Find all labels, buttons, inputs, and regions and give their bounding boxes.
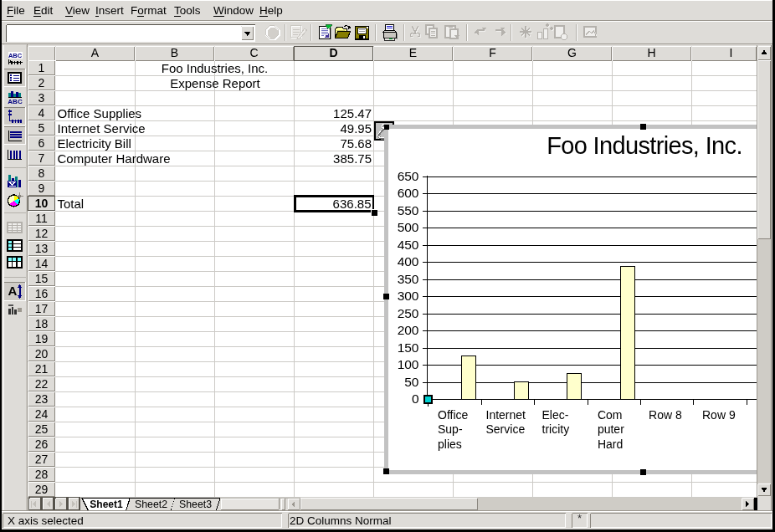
svg-text:200: 200 <box>398 323 419 337</box>
svg-text:Computer Hardware: Computer Hardware <box>58 151 171 166</box>
svg-text:File: File <box>7 4 25 17</box>
svg-text:Office: Office <box>438 408 469 422</box>
svg-text:3: 3 <box>38 91 45 105</box>
svg-text:A: A <box>91 46 100 59</box>
svg-text:550: 550 <box>398 203 419 217</box>
svg-text:4: 4 <box>38 106 45 120</box>
svg-text:23: 23 <box>35 392 49 406</box>
svg-text:17: 17 <box>35 302 49 315</box>
svg-text:27: 27 <box>35 453 49 466</box>
svg-text:Sup-: Sup- <box>438 422 463 436</box>
svg-text:28: 28 <box>35 468 49 481</box>
svg-text:Row 9: Row 9 <box>702 408 736 422</box>
svg-text:Hard: Hard <box>598 437 623 451</box>
svg-text:6: 6 <box>38 136 45 150</box>
svg-text:14: 14 <box>35 257 49 270</box>
svg-text:29: 29 <box>35 483 49 496</box>
svg-text:22: 22 <box>35 377 49 391</box>
svg-text:5: 5 <box>38 121 45 135</box>
svg-text:Format: Format <box>131 4 167 17</box>
svg-text:Tools: Tools <box>174 4 201 17</box>
svg-text:H: H <box>647 46 655 59</box>
svg-text:F: F <box>489 46 496 59</box>
svg-text:600: 600 <box>398 186 419 200</box>
svg-text:350: 350 <box>398 272 419 286</box>
svg-text:D: D <box>329 46 337 59</box>
svg-text:ABC: ABC <box>8 52 23 59</box>
svg-text:tricity: tricity <box>542 422 570 436</box>
svg-text:16: 16 <box>35 287 49 300</box>
svg-text:Insert: Insert <box>95 4 124 17</box>
svg-text:Foo Industries, Inc.: Foo Industries, Inc. <box>547 132 742 159</box>
svg-text:Elec-: Elec- <box>542 408 569 422</box>
svg-text:Electricity Bill: Electricity Bill <box>58 136 131 151</box>
svg-text:9: 9 <box>38 182 45 195</box>
svg-text:Office Supplies: Office Supplies <box>58 106 142 120</box>
svg-text:Edit: Edit <box>33 4 54 17</box>
svg-text:Expense Report: Expense Report <box>170 76 260 90</box>
svg-text:100: 100 <box>398 357 419 371</box>
svg-text:Window: Window <box>213 4 254 17</box>
svg-text:X axis selected: X axis selected <box>8 514 84 527</box>
svg-text:2D Columns Normal: 2D Columns Normal <box>290 514 392 527</box>
svg-text:450: 450 <box>398 238 419 252</box>
svg-text:250: 250 <box>398 306 419 320</box>
svg-text:15: 15 <box>35 272 49 285</box>
svg-text:400: 400 <box>398 254 419 269</box>
svg-text:150: 150 <box>398 340 419 355</box>
svg-text:19: 19 <box>35 332 49 345</box>
svg-text:500: 500 <box>398 220 419 234</box>
svg-text:21: 21 <box>35 362 49 376</box>
svg-text:24: 24 <box>35 407 49 421</box>
svg-text:650: 650 <box>398 169 419 183</box>
svg-text:11: 11 <box>35 212 48 225</box>
svg-text:Row 8: Row 8 <box>649 408 682 422</box>
svg-text:7: 7 <box>38 151 45 165</box>
svg-text:Total: Total <box>58 197 85 211</box>
svg-text:26: 26 <box>35 437 49 451</box>
svg-text:75.68: 75.68 <box>340 136 372 151</box>
svg-text:12: 12 <box>35 227 49 240</box>
svg-text:636.85: 636.85 <box>333 197 372 211</box>
svg-text:B: B <box>171 46 178 59</box>
svg-text:*: * <box>577 512 582 524</box>
svg-text:puter: puter <box>598 422 624 436</box>
svg-text:G: G <box>567 46 577 59</box>
svg-text:plies: plies <box>438 437 462 451</box>
svg-text:50: 50 <box>404 375 419 389</box>
svg-text:Com: Com <box>598 408 623 422</box>
svg-text:0: 0 <box>412 391 419 406</box>
svg-text:Sheet1: Sheet1 <box>90 499 123 510</box>
svg-text:25: 25 <box>35 422 49 436</box>
svg-text:1: 1 <box>38 61 45 74</box>
svg-text:Sheet2: Sheet2 <box>135 499 167 510</box>
svg-text:300: 300 <box>398 289 419 303</box>
svg-text:View: View <box>65 4 90 17</box>
svg-text:Service: Service <box>486 422 526 436</box>
svg-text:49.95: 49.95 <box>340 121 372 136</box>
svg-text:20: 20 <box>35 347 49 361</box>
svg-text:Help: Help <box>259 4 283 17</box>
svg-text:Internet Service: Internet Service <box>58 121 146 136</box>
svg-text:A: A <box>8 284 18 298</box>
svg-text:10: 10 <box>35 197 49 210</box>
svg-text:C: C <box>249 46 258 59</box>
svg-text:Foo Industries, Inc.: Foo Industries, Inc. <box>162 61 269 75</box>
svg-text:Sheet3: Sheet3 <box>179 499 212 510</box>
svg-text:385.75: 385.75 <box>333 151 372 166</box>
svg-text:18: 18 <box>35 317 49 330</box>
svg-text:8: 8 <box>38 166 45 180</box>
svg-text:Internet: Internet <box>486 408 526 422</box>
svg-text:125.47: 125.47 <box>333 106 372 120</box>
svg-text:I: I <box>730 46 733 59</box>
svg-text:2: 2 <box>38 76 45 90</box>
svg-text:E: E <box>409 46 417 59</box>
svg-text:ABC: ABC <box>8 98 23 105</box>
svg-text:13: 13 <box>35 242 49 255</box>
